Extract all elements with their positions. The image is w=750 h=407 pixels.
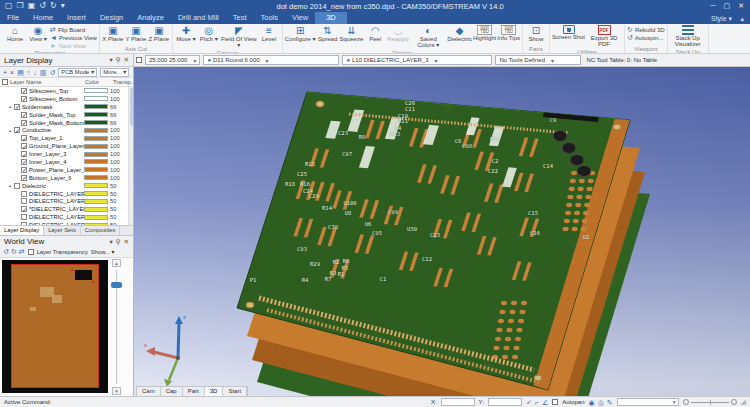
zoom-control[interactable] <box>683 399 737 405</box>
column-layer-name[interactable]: Layer Name <box>10 79 83 85</box>
style-button[interactable]: Style ▾ <box>711 15 732 23</box>
layer-visibility-checkbox[interactable] <box>21 206 27 212</box>
layer-visibility-checkbox[interactable] <box>14 104 20 110</box>
move-layer-down-icon[interactable]: ↓ <box>33 69 37 76</box>
worldview-close-icon[interactable]: ✕ <box>124 238 129 246</box>
rebuild-3d-button[interactable]: ↻Rebuild 3D <box>627 26 665 33</box>
workspace-tab-3d[interactable]: 3D <box>205 387 224 396</box>
maximize-button[interactable]: ▢ <box>724 2 731 10</box>
layer-row-conductive[interactable]: ▴Conductive100 <box>0 126 133 134</box>
screen-shot-button[interactable]: Screen Shot <box>552 25 585 40</box>
next-view-button[interactable]: ►Next View <box>50 42 97 49</box>
layer-visibility-checkbox[interactable] <box>21 135 27 141</box>
dielectric-button[interactable]: ◆Dielectric <box>447 25 472 42</box>
new-document-icon[interactable]: ▢ <box>5 2 13 10</box>
workspace-tab-cap[interactable]: Cap <box>161 387 183 396</box>
delete-layer-icon[interactable]: × <box>10 69 14 76</box>
menu-tab-3d[interactable]: 3D <box>315 12 347 24</box>
workspace-tab-start[interactable]: Start <box>223 387 247 396</box>
column-transparency[interactable]: Transp... <box>113 79 131 85</box>
menu-tab-tools[interactable]: Tools <box>254 12 286 24</box>
layer-visibility-checkbox[interactable] <box>21 120 27 126</box>
column-color[interactable]: Color <box>85 79 111 85</box>
flip-board-button[interactable]: ⇄Flip Board <box>50 26 97 33</box>
close-button[interactable]: ✕ <box>738 2 744 10</box>
status-select[interactable]: ▾ <box>617 398 679 406</box>
layer-select[interactable]: ●L10 DIELECTRIC_LAYER_3▾ <box>342 55 492 65</box>
layer-color-swatch[interactable] <box>84 199 108 204</box>
peel-button[interactable]: ◠Peel <box>364 25 386 42</box>
add-layer-icon[interactable]: + <box>3 69 7 76</box>
layer-row-silkscreen-top[interactable]: Silkscreen_Top100 <box>0 87 133 95</box>
layer-row-ground-plane-layer-2[interactable]: Ground_Plane_Layer_2100 <box>0 142 133 150</box>
reset-layers-icon[interactable]: ↺ <box>49 69 55 76</box>
ribbon-collapse-icon[interactable]: ▴ <box>740 15 744 23</box>
grid-select[interactable]: 25.000 25.000▾ <box>145 55 200 65</box>
menu-tab-file[interactable]: File <box>0 12 26 24</box>
move-button[interactable]: ✚Move ▾ <box>175 25 197 42</box>
layer-color-swatch[interactable] <box>84 223 108 225</box>
layer-row-inner-layer-4[interactable]: Inner_Layer_4100 <box>0 158 133 166</box>
configure-button[interactable]: ⊞Configure ▾ <box>285 25 316 42</box>
layer-visibility-checkbox[interactable] <box>14 127 20 133</box>
open-file-icon[interactable]: ❒ <box>17 2 24 10</box>
layer-row-dielectric-layer-2[interactable]: DIELECTRIC_LAYER_250 <box>0 197 133 205</box>
layer-color-swatch[interactable] <box>84 183 108 188</box>
viewport-3d[interactable]: x z y C26C11C10R11C4R13C23R8C9C6C98C97R1… <box>134 67 750 396</box>
layer-visibility-checkbox[interactable] <box>21 151 27 157</box>
worldview-menu-icon[interactable]: ▾ <box>110 238 113 246</box>
layer-visibility-checkbox[interactable] <box>21 167 27 173</box>
layer-color-swatch[interactable] <box>84 175 108 180</box>
y-coordinate-input[interactable] <box>488 398 522 406</box>
move-layer-up-icon[interactable]: ↑ <box>27 69 31 76</box>
copy-layer-icon[interactable]: ▤ <box>17 69 24 76</box>
pitch-button[interactable]: ◎Pitch ▾ <box>198 25 220 42</box>
world-view-preview[interactable] <box>2 260 108 393</box>
layer-row-top-layer-1[interactable]: Top_Layer_1100 <box>0 134 133 142</box>
layer-row-dielectric[interactable]: ▴Dielectric50 <box>0 182 133 190</box>
pan-mode-icon[interactable]: ◉ <box>589 399 595 406</box>
layer-visibility-checkbox[interactable] <box>14 183 20 189</box>
undo-icon[interactable]: ↺ <box>39 2 46 10</box>
layer-color-swatch[interactable] <box>84 104 108 109</box>
layer-color-swatch[interactable] <box>84 152 108 157</box>
layer-visibility-checkbox[interactable] <box>21 112 27 118</box>
layer-color-swatch[interactable] <box>84 167 108 172</box>
swap-view-icon[interactable]: ⇄ <box>19 248 25 256</box>
show-button[interactable]: ⊡Show <box>525 25 547 42</box>
layer-visibility-checkbox[interactable] <box>21 159 27 165</box>
ortho-mode-icon[interactable]: ⌐ <box>535 399 539 406</box>
layer-list-scrollbar[interactable] <box>128 87 133 225</box>
layer-color-swatch[interactable] <box>84 144 108 149</box>
menu-tab-home[interactable]: Home <box>26 12 60 24</box>
layer-row-silkscreen-bottom[interactable]: Silkscreen_Bottom100 <box>0 95 133 103</box>
view-button[interactable]: ◉View ▾ <box>27 25 49 42</box>
layer-visibility-checkbox[interactable] <box>21 175 27 181</box>
select-mode-icon[interactable]: ◎ <box>598 399 604 406</box>
layer-visibility-checkbox[interactable] <box>21 222 27 225</box>
saved-colors-button[interactable]: ◐Saved Colors ▾ <box>410 25 446 49</box>
layer-color-swatch[interactable] <box>84 88 108 93</box>
layer-row-power-plane-layer-5[interactable]: Power_Plane_Layer_5100 <box>0 166 133 174</box>
squeeze-button[interactable]: ⇊Squeeze <box>340 25 364 42</box>
layer-color-swatch[interactable] <box>84 159 108 164</box>
redo-icon[interactable]: ↻ <box>50 2 57 10</box>
save-icon[interactable]: ▣ <box>28 2 36 10</box>
menu-tab-design[interactable]: Design <box>93 12 130 24</box>
layer-row-inner-layer-3[interactable]: Inner_Layer_3100 <box>0 150 133 158</box>
world-view-zoom-slider[interactable]: ▴ ▾ <box>109 258 133 396</box>
level-button[interactable]: ≡Level <box>258 25 280 42</box>
layer-transparency-checkbox[interactable] <box>28 249 34 255</box>
layer-visibility-checkbox[interactable] <box>21 96 27 102</box>
workspace-tab-part[interactable]: Part <box>183 387 205 396</box>
export-3d-pdf-button[interactable]: PDFExport 3D PDF <box>586 25 622 48</box>
tools-select[interactable]: No Tools Defined▾ <box>495 55 581 65</box>
layer-row-dielectric-layer-1[interactable]: DIELECTRIC_LAYER_150 <box>0 190 133 198</box>
menu-tab-view[interactable]: View <box>285 12 315 24</box>
layer-color-swatch[interactable] <box>84 191 108 196</box>
reapply-button[interactable]: ◡Reapply <box>387 25 409 42</box>
previous-view-button[interactable]: ◄Previous View <box>50 34 97 41</box>
rotate-left-icon[interactable]: ↺ <box>3 248 9 256</box>
layer-row-solder-mask-top[interactable]: Solder_Mask_Top66 <box>0 111 133 119</box>
field-of-view-button[interactable]: ◤Field Of View ▾ <box>221 25 257 49</box>
